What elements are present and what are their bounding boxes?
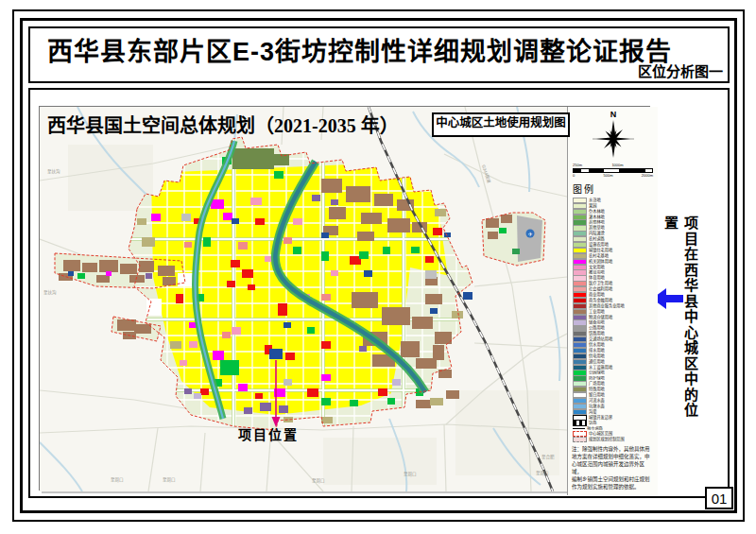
north-compass-icon: N <box>585 109 642 162</box>
map-sheet: 西华县国土空间总体规划（2021-2035 年） 中心城区土地使用规划图 <box>39 106 650 491</box>
figure-caption: 区位分析图一 <box>638 60 723 80</box>
legend-label: 铁路用地 <box>589 332 605 336</box>
legend-label: 工业用地 <box>589 310 605 314</box>
legend-label: 商务金融用地 <box>589 299 612 302</box>
legend-label: 城镇开发边界 <box>589 416 612 420</box>
report-page: 西华县东部片区E-3街坊控制性详细规划调整论证报告 区位分析图一 西华县国土空间… <box>0 0 756 534</box>
landuse-map: ✈ 至扶沟至扶沟至周口至周口至周口至周口至周口至合肥G344国道 <box>40 107 567 491</box>
legend-label: 医疗卫生用地 <box>589 282 612 285</box>
legend-swatch <box>573 437 587 442</box>
svg-text:至扶沟: 至扶沟 <box>43 289 57 296</box>
legend-label: 体育用地 <box>589 276 605 280</box>
legend-label: 供电用地 <box>589 354 605 358</box>
legend-label: 其他草地 <box>589 226 605 230</box>
north-label: N <box>610 110 616 119</box>
legend-label: 农村宅基地 <box>589 254 609 258</box>
sidebar-vertical-caption: 项目在西华县中心城区中的位置 <box>681 215 700 423</box>
legend-label: 社会福利用地 <box>589 287 612 291</box>
legend-label: 乔木林地 <box>589 210 605 214</box>
legend-label: 设施农用地 <box>589 243 609 247</box>
legend-panel: N 250m1000m 0500m2000m 图例 水浇地果园乔木林地灌木 <box>567 107 658 495</box>
legend-label: 公路用地 <box>589 326 605 330</box>
legend-label: 排水用地 <box>589 349 605 353</box>
project-site-parcel <box>269 349 283 359</box>
legend-label: 水工设施用地 <box>589 366 612 370</box>
legend-label: 商业用地 <box>589 293 605 297</box>
legend-label: 留白用地 <box>589 393 605 397</box>
legend-label: 其他林地 <box>589 220 605 224</box>
legend-label: 水浇地 <box>589 198 601 202</box>
legend-label: 城市道路 <box>587 426 603 430</box>
legend-note: 注：除强制性内容外，其他具体用地方案在详细规划中细化落实，中心城区范围内城镇开发… <box>571 446 655 491</box>
legend-label: 灌木林地 <box>589 215 605 219</box>
legend-label: 通信用地 <box>589 360 605 364</box>
legend-label: 机关团体用地 <box>589 260 612 264</box>
legend-label: 储备用地 <box>589 320 605 324</box>
svg-text:✈: ✈ <box>527 232 532 237</box>
legend-label: 交通场站用地 <box>589 337 612 341</box>
legend-label: 坑塘水面 <box>589 405 605 408</box>
legend-label: 内陆滩涂 <box>589 232 605 235</box>
title-bar: 西华县东部片区E-3街坊控制性详细规划调整论证报告 区位分析图一 <box>28 26 730 83</box>
legend-swatch <box>573 421 587 426</box>
legend-label: 特殊用地 <box>589 388 605 391</box>
legend-label: 供水用地 <box>589 343 605 347</box>
page-number: 01 <box>705 487 733 509</box>
legend-label: 文化用地 <box>589 266 605 269</box>
legend-label: 中心城区范围 <box>589 432 612 436</box>
legend-label: 教育用地 <box>589 270 605 274</box>
detached-area: ✈ <box>482 213 545 266</box>
svg-text:至扶沟: 至扶沟 <box>47 168 60 175</box>
legend-heading: 图例 <box>573 181 655 196</box>
map-corner-label: 中心城区土地使用规划图 <box>432 112 570 137</box>
legend-label: 物流仓储用地 <box>589 316 612 319</box>
project-location-label: 项目位置 <box>238 424 299 443</box>
legend-label: 防护绿地 <box>589 376 605 380</box>
page-title: 西华县东部片区E-3街坊控制性详细规划调整论证报告 <box>47 31 672 68</box>
legend-item: 规划区规划控制范围 <box>571 437 655 442</box>
legend-label: 果园 <box>589 204 596 208</box>
svg-text:至合肥: 至合肥 <box>541 454 555 460</box>
scale-bar: 250m1000m 0500m2000m <box>573 164 653 178</box>
legend-items: 水浇地果园乔木林地灌木林地其他林地其他草地内陆滩涂农村道路设施农用地城镇住宅用地… <box>571 198 655 442</box>
legend-label: 其他商业服务业用地 <box>589 304 625 308</box>
legend-label: 铁路 <box>589 421 596 424</box>
legend-label: 沟渠 <box>589 410 596 414</box>
legend-label: 广场用地 <box>589 382 605 386</box>
map-title: 西华县国土空间总体规划（2021-2035 年） <box>47 111 399 138</box>
legend-swatch <box>573 426 585 430</box>
legend-label: 公园绿地 <box>589 370 605 374</box>
legend-label: 农村道路 <box>589 237 605 241</box>
legend-label: 规划区规划控制范围 <box>589 438 625 441</box>
legend-label: 河流水面 <box>589 399 605 403</box>
legend-label: 城镇住宅用地 <box>589 249 612 252</box>
